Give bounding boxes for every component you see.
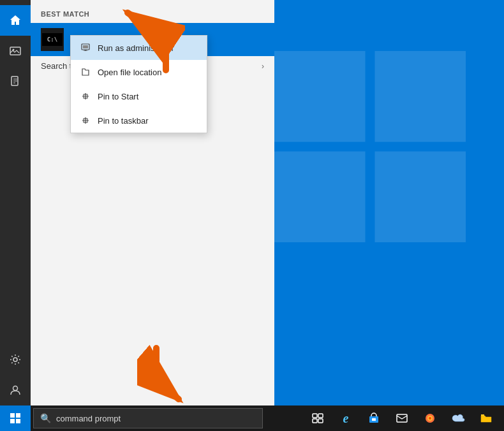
context-item-run-admin[interactable]: Run as administrator xyxy=(71,36,207,60)
mail-icon xyxy=(396,414,408,423)
taskbar-mail[interactable] xyxy=(389,405,415,431)
taskbar-right-icons: e xyxy=(305,405,504,431)
edge-icon: e xyxy=(343,411,349,426)
taskbar-onedrive[interactable] xyxy=(445,405,471,431)
svg-rect-21 xyxy=(313,419,317,423)
pin-start-label: Pin to Start xyxy=(98,92,138,101)
user-icon xyxy=(10,384,21,396)
sidebar-item-user[interactable] xyxy=(0,375,31,405)
svg-rect-22 xyxy=(318,419,323,423)
windows-logo-watermark xyxy=(274,51,466,242)
context-item-pin-start[interactable]: Pin to Start xyxy=(71,84,207,108)
svg-rect-3 xyxy=(375,152,466,243)
start-main: Best match C:\ Command Prompt Search the… xyxy=(31,0,274,405)
context-item-pin-taskbar[interactable]: Pin to taskbar xyxy=(71,108,207,133)
taskbar-edge[interactable]: e xyxy=(333,405,359,431)
svg-rect-25 xyxy=(397,414,407,422)
sidebar xyxy=(0,0,31,405)
chevron-right-icon: › xyxy=(262,62,264,71)
svg-rect-16 xyxy=(16,413,20,418)
svg-rect-17 xyxy=(10,419,15,423)
best-match-label: Best match xyxy=(31,8,274,23)
open-file-icon xyxy=(80,66,91,78)
start-menu: Best match C:\ Command Prompt Search the… xyxy=(0,0,274,405)
svg-point-7 xyxy=(13,358,17,362)
svg-point-8 xyxy=(13,386,18,391)
taskbar-firefox[interactable] xyxy=(417,405,443,431)
svg-rect-1 xyxy=(375,51,466,142)
settings-icon xyxy=(10,354,21,365)
sidebar-item-doc[interactable] xyxy=(0,66,31,97)
file-explorer-icon xyxy=(480,413,492,423)
taskbar-start-button[interactable] xyxy=(0,405,31,431)
taskbar-task-view[interactable] xyxy=(305,405,330,431)
taskbar-store[interactable] xyxy=(361,405,387,431)
taskbar-search-text: command prompt xyxy=(56,414,121,423)
pin-taskbar-icon xyxy=(80,115,91,126)
svg-rect-18 xyxy=(16,419,20,423)
pin-start-icon xyxy=(80,91,91,102)
svg-rect-29 xyxy=(481,414,484,416)
svg-rect-15 xyxy=(10,413,15,418)
sidebar-item-photo[interactable] xyxy=(0,36,31,66)
run-admin-icon xyxy=(80,42,91,54)
taskbar-search-icon: 🔍 xyxy=(40,413,51,423)
svg-rect-10 xyxy=(83,45,88,48)
svg-rect-20 xyxy=(318,414,323,418)
onedrive-icon xyxy=(451,414,465,423)
document-icon xyxy=(10,76,20,87)
svg-rect-0 xyxy=(274,51,366,142)
taskbar-search-bar[interactable]: 🔍 command prompt xyxy=(33,408,263,428)
sidebar-item-settings[interactable] xyxy=(0,344,31,375)
task-view-icon xyxy=(312,413,323,423)
svg-rect-24 xyxy=(372,418,376,421)
run-admin-label: Run as administrator xyxy=(98,43,174,53)
taskbar-explorer[interactable] xyxy=(473,405,499,431)
photo-icon xyxy=(10,45,21,57)
store-icon xyxy=(368,413,380,424)
taskbar: 🔍 command prompt e xyxy=(0,405,504,431)
svg-rect-19 xyxy=(313,414,317,418)
context-menu: Run as administrator Open file location xyxy=(70,35,207,133)
sidebar-bottom xyxy=(0,344,31,405)
context-item-open-file[interactable]: Open file location xyxy=(71,60,207,84)
svg-point-28 xyxy=(429,417,431,420)
cmd-app-icon: C:\ xyxy=(41,28,64,51)
svg-rect-2 xyxy=(274,152,366,243)
pin-taskbar-label: Pin to taskbar xyxy=(98,116,149,126)
sidebar-item-home[interactable] xyxy=(0,5,31,36)
firefox-icon xyxy=(424,413,436,424)
home-icon xyxy=(10,15,21,26)
windows-start-icon xyxy=(10,413,21,424)
open-file-label: Open file location xyxy=(98,68,161,77)
